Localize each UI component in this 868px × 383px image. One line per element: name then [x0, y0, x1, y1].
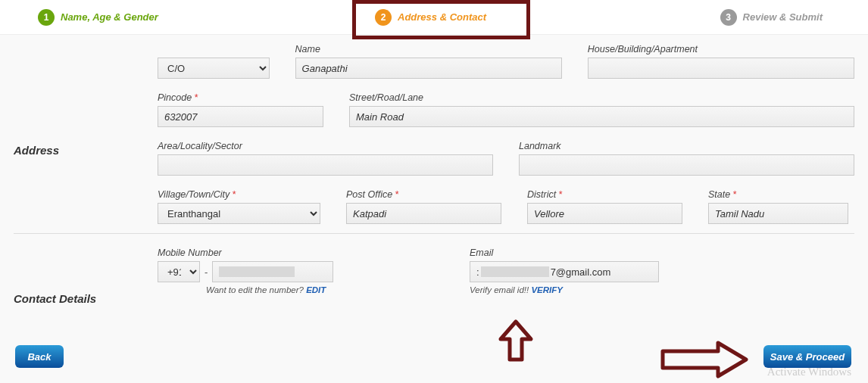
state-input[interactable]	[708, 203, 848, 224]
pincode-input[interactable]	[158, 106, 323, 127]
landmark-label: Landmark	[519, 141, 854, 151]
mobile-dial-select[interactable]: +91	[158, 261, 200, 282]
step-1-label: Name, Age & Gender	[61, 11, 158, 23]
district-label: District *	[527, 189, 682, 200]
pincode-label: Pincode *	[158, 92, 323, 103]
po-input[interactable]	[346, 203, 501, 224]
stepper: 1 Name, Age & Gender 2 Address & Contact…	[0, 0, 868, 35]
house-label: House/Building/Apartment	[588, 44, 854, 54]
step-review-submit[interactable]: 3 Review & Submit	[720, 9, 823, 26]
care-of-select[interactable]: C/O	[158, 58, 270, 79]
step-1-circle: 1	[38, 9, 55, 26]
step-2-label: Address & Contact	[398, 11, 486, 23]
step-3-label: Review & Submit	[743, 11, 823, 23]
area-label: Area/Locality/Sector	[158, 141, 493, 151]
email-input[interactable]: : 7@gmail.com	[470, 261, 659, 282]
email-verify-link[interactable]: VERIFY	[531, 285, 563, 294]
mobile-label: Mobile Number	[158, 248, 347, 258]
house-input[interactable]	[588, 58, 854, 79]
step-address-contact[interactable]: 2 Address & Contact	[375, 9, 486, 26]
back-button[interactable]: Back	[15, 345, 64, 368]
windows-watermark: Activate Windows	[767, 366, 851, 378]
mobile-separator: -	[205, 266, 208, 278]
form-content: C/O Name House/Building/Apartment Pincod…	[0, 35, 868, 294]
name-input[interactable]	[295, 58, 562, 79]
village-select[interactable]: Eranthangal	[158, 203, 320, 224]
district-input[interactable]	[527, 203, 682, 224]
mobile-edit-link[interactable]: EDIT	[306, 285, 326, 294]
section-divider	[14, 233, 854, 234]
village-label: Village/Town/City *	[158, 189, 320, 200]
save-proceed-button[interactable]: Save & Proceed	[763, 345, 851, 368]
contact-section-title: Contact Details	[14, 292, 96, 305]
mobile-input[interactable]	[212, 261, 333, 282]
area-input[interactable]	[158, 154, 493, 176]
email-verify-hint: Verify email id!! VERIFY	[470, 285, 659, 294]
street-label: Street/Road/Lane	[349, 92, 854, 103]
state-label: State *	[708, 189, 848, 200]
street-input[interactable]	[349, 106, 854, 127]
po-label: Post Office *	[346, 189, 501, 200]
mobile-edit-hint: Want to edit the number? EDIT	[158, 285, 347, 294]
step-name-age-gender[interactable]: 1 Name, Age & Gender	[38, 9, 158, 26]
annotation-arrow-right-icon	[659, 341, 750, 378]
email-label: Email	[470, 248, 659, 258]
address-section-title: Address	[14, 144, 59, 157]
annotation-arrow-up-icon	[497, 318, 535, 363]
landmark-input[interactable]	[519, 154, 854, 176]
name-label: Name	[295, 44, 562, 54]
spacer-label	[158, 44, 270, 54]
step-3-circle: 3	[720, 9, 737, 26]
step-2-circle: 2	[375, 9, 392, 26]
